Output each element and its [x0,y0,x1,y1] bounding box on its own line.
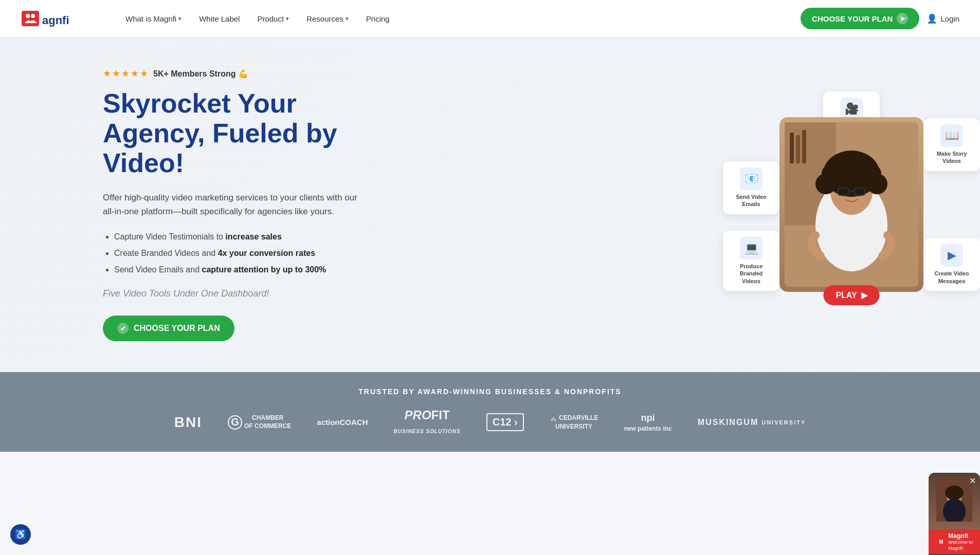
logo-c12: C12 › [486,413,524,431]
svg-point-1 [26,14,30,18]
feature-card-branded: 💻 Produce Branded Videos [723,231,779,291]
member-count: 5K+ Members Strong 💪 [153,69,248,79]
svg-rect-6 [790,133,794,163]
chevron-down-icon-3: ▾ [346,15,349,22]
nav-cta-button[interactable]: CHOOSE YOUR PLAN ➤ [801,8,919,29]
hero-cta-button[interactable]: ✔ CHOOSE YOUR PLAN [103,316,234,341]
logos-row: BNI G CHAMBEROF COMMERCE actionCOACH PRO… [21,408,959,436]
login-button[interactable]: 👤 Login [927,13,959,24]
bullet-1: Capture Video Testimonials to increase s… [114,231,370,243]
svg-point-15 [863,164,881,183]
logo-actioncoach: actionCOACH [317,418,368,427]
logo-muskingum: MUSKINGUMUNIVERSITY [698,418,806,427]
hero-tagline: Five Video Tools Under One Dashboard! [103,288,370,299]
circle-check-icon: ✔ [117,323,129,334]
nav-item-what-is[interactable]: What is Magnfi ▾ [118,10,189,27]
messages-icon: ▶ [940,244,963,267]
hero-left: ★★★★★ 5K+ Members Strong 💪 Skyrocket You… [103,68,370,341]
hero-bullets: Capture Video Testimonials to increase s… [103,231,370,276]
nav-item-pricing[interactable]: Pricing [359,10,397,27]
nav-item-product[interactable]: Product ▾ [250,10,296,27]
navbar: agnfi What is Magnfi ▾ White Label Produ… [0,0,980,37]
nav-item-resources[interactable]: Resources ▾ [299,10,356,27]
feature-card-email: 📧 Send Video Emails [723,161,779,214]
hero-description: Offer high-quality video marketing servi… [103,191,370,218]
logo-profit: PROFITBUSINESS SOLUTIONS [393,408,460,436]
chevron-down-icon: ▾ [178,15,182,22]
feature-card-messages: ▶ Create Video Messages [923,238,980,291]
hero-badge: ★★★★★ 5K+ Members Strong 💪 [103,68,370,79]
story-icon: 📖 [940,124,963,147]
svg-rect-0 [22,11,39,26]
user-icon: 👤 [927,13,937,24]
logo[interactable]: agnfi [21,6,87,31]
svg-point-2 [31,14,35,18]
bullet-2: Create Branded Videos and 4x your conver… [114,247,370,260]
play-icon: ▶ [861,290,867,300]
svg-rect-8 [802,130,806,163]
svg-rect-7 [796,135,800,163]
nav-item-white-label[interactable]: White Label [192,10,247,27]
bullet-3: Send Video Emails and capture attention … [114,264,370,276]
trusted-title: TRUSTED BY AWARD-WINNING BUSINESSES & NO… [21,387,959,396]
trusted-section: TRUSTED BY AWARD-WINNING BUSINESSES & NO… [0,372,980,452]
play-button[interactable]: PLAY ▶ [823,285,879,305]
star-rating: ★★★★★ [103,68,149,79]
nav-links: What is Magnfi ▾ White Label Product ▾ R… [118,10,801,27]
branded-icon: 💻 [740,237,763,260]
logo-chamber: G CHAMBEROF COMMERCE [228,414,291,430]
logo-npi: npinew patients inc [624,412,672,433]
arrow-icon: ➤ [897,13,908,24]
hero-video-area: 🎥 Capture Video Testimonials 📧 Send Vide… [754,97,949,312]
chevron-down-icon-2: ▾ [286,15,289,22]
hero-section: ★★★★★ 5K+ Members Strong 💪 Skyrocket You… [0,37,980,372]
logo-bni: BNI [174,414,202,431]
logo-cedarville: ⛪ CEDARVILLEUNIVERSITY [550,414,598,431]
nav-right: CHOOSE YOUR PLAN ➤ 👤 Login [801,8,959,29]
email-icon: 📧 [740,168,763,190]
chamber-g-icon: G [228,415,242,430]
feature-card-story: 📖 Make Story Videos [923,118,980,171]
hero-title: Skyrocket Your Agency, Fueled by Video! [103,88,370,178]
svg-point-14 [822,164,840,183]
hero-video-thumbnail [779,117,923,292]
svg-text:agnfi: agnfi [42,14,69,27]
